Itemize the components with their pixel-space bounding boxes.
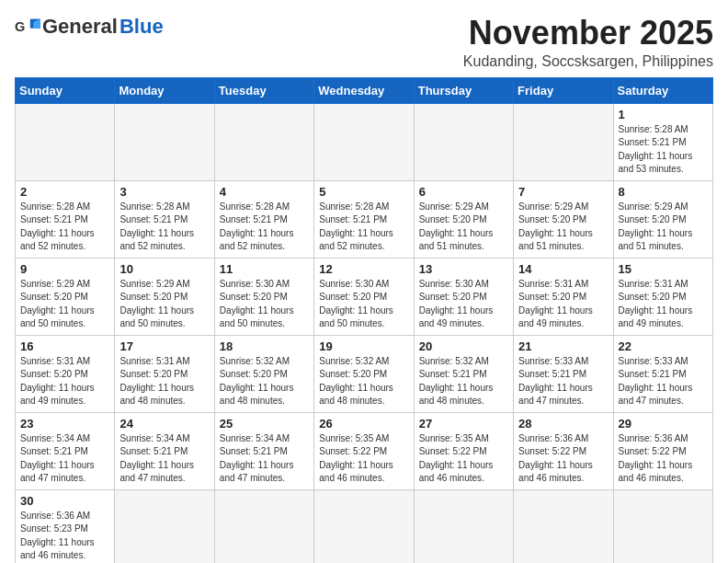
day-info: Sunrise: 5:31 AM Sunset: 5:20 PM Dayligh… <box>619 278 708 331</box>
day-info: Sunrise: 5:35 AM Sunset: 5:22 PM Dayligh… <box>419 432 508 486</box>
day-number: 24 <box>119 417 209 431</box>
weekday-header-wednesday: Wednesday <box>314 77 414 103</box>
day-info: Sunrise: 5:31 AM Sunset: 5:20 PM Dayligh… <box>119 355 209 408</box>
day-number: 10 <box>119 262 209 276</box>
logo-general-text: General <box>42 15 118 39</box>
logo-blue-text: Blue <box>119 15 164 39</box>
calendar-cell <box>414 489 513 563</box>
location-subtitle: Kudanding, Soccsksargen, Philippines <box>463 53 713 70</box>
calendar-cell: 15Sunrise: 5:31 AM Sunset: 5:20 PM Dayli… <box>613 258 712 335</box>
day-number: 13 <box>419 262 508 276</box>
day-number: 21 <box>518 339 608 353</box>
calendar-cell <box>314 489 414 563</box>
calendar-cell: 14Sunrise: 5:31 AM Sunset: 5:20 PM Dayli… <box>514 258 613 335</box>
calendar-cell <box>115 489 214 563</box>
calendar-cell: 18Sunrise: 5:32 AM Sunset: 5:20 PM Dayli… <box>214 335 313 412</box>
calendar-cell: 27Sunrise: 5:35 AM Sunset: 5:22 PM Dayli… <box>414 412 513 489</box>
day-info: Sunrise: 5:31 AM Sunset: 5:20 PM Dayligh… <box>20 355 109 408</box>
calendar-cell: 2Sunrise: 5:28 AM Sunset: 5:21 PM Daylig… <box>16 180 115 258</box>
calendar-cell: 9Sunrise: 5:29 AM Sunset: 5:20 PM Daylig… <box>16 258 115 335</box>
day-info: Sunrise: 5:29 AM Sunset: 5:20 PM Dayligh… <box>619 201 708 254</box>
day-info: Sunrise: 5:28 AM Sunset: 5:21 PM Dayligh… <box>119 201 209 254</box>
day-number: 30 <box>20 494 109 508</box>
day-number: 25 <box>220 417 309 431</box>
calendar-table: SundayMondayTuesdayWednesdayThursdayFrid… <box>15 77 713 563</box>
day-info: Sunrise: 5:33 AM Sunset: 5:21 PM Dayligh… <box>619 355 708 408</box>
weekday-header-saturday: Saturday <box>613 77 712 103</box>
calendar-cell: 23Sunrise: 5:34 AM Sunset: 5:21 PM Dayli… <box>16 412 115 489</box>
calendar-cell: 12Sunrise: 5:30 AM Sunset: 5:20 PM Dayli… <box>314 258 414 335</box>
day-number: 9 <box>20 262 109 276</box>
svg-text:G: G <box>15 19 25 34</box>
calendar-cell: 19Sunrise: 5:32 AM Sunset: 5:20 PM Dayli… <box>314 335 414 412</box>
weekday-header-monday: Monday <box>115 77 214 103</box>
day-number: 2 <box>20 185 109 199</box>
day-info: Sunrise: 5:29 AM Sunset: 5:20 PM Dayligh… <box>119 278 209 331</box>
calendar-cell <box>414 103 513 180</box>
day-number: 20 <box>419 339 508 353</box>
calendar-cell: 10Sunrise: 5:29 AM Sunset: 5:20 PM Dayli… <box>115 258 214 335</box>
calendar-cell: 25Sunrise: 5:34 AM Sunset: 5:21 PM Dayli… <box>214 412 313 489</box>
day-info: Sunrise: 5:35 AM Sunset: 5:22 PM Dayligh… <box>319 432 408 486</box>
day-number: 17 <box>119 339 209 353</box>
calendar-cell: 24Sunrise: 5:34 AM Sunset: 5:21 PM Dayli… <box>115 412 214 489</box>
day-info: Sunrise: 5:33 AM Sunset: 5:21 PM Dayligh… <box>518 355 608 408</box>
day-info: Sunrise: 5:32 AM Sunset: 5:20 PM Dayligh… <box>319 355 408 408</box>
day-info: Sunrise: 5:36 AM Sunset: 5:22 PM Dayligh… <box>518 432 608 486</box>
calendar-row-6: 30Sunrise: 5:36 AM Sunset: 5:23 PM Dayli… <box>16 489 713 563</box>
weekday-header-friday: Friday <box>514 77 613 103</box>
weekday-header-thursday: Thursday <box>414 77 513 103</box>
weekday-header-row: SundayMondayTuesdayWednesdayThursdayFrid… <box>16 77 713 103</box>
logo: G General Blue <box>15 15 164 39</box>
calendar-cell <box>214 489 313 563</box>
day-info: Sunrise: 5:34 AM Sunset: 5:21 PM Dayligh… <box>119 432 209 486</box>
calendar-cell: 4Sunrise: 5:28 AM Sunset: 5:21 PM Daylig… <box>214 180 313 258</box>
day-info: Sunrise: 5:29 AM Sunset: 5:20 PM Dayligh… <box>20 278 109 331</box>
calendar-cell: 22Sunrise: 5:33 AM Sunset: 5:21 PM Dayli… <box>613 335 712 412</box>
calendar-cell: 5Sunrise: 5:28 AM Sunset: 5:21 PM Daylig… <box>314 180 414 258</box>
calendar-row-2: 2Sunrise: 5:28 AM Sunset: 5:21 PM Daylig… <box>16 180 713 258</box>
calendar-cell: 28Sunrise: 5:36 AM Sunset: 5:22 PM Dayli… <box>514 412 613 489</box>
day-info: Sunrise: 5:31 AM Sunset: 5:20 PM Dayligh… <box>518 278 608 331</box>
calendar-row-4: 16Sunrise: 5:31 AM Sunset: 5:20 PM Dayli… <box>16 335 713 412</box>
calendar-cell <box>16 103 115 180</box>
day-info: Sunrise: 5:28 AM Sunset: 5:21 PM Dayligh… <box>20 201 109 254</box>
month-year-title: November 2025 <box>463 15 713 52</box>
calendar-cell: 1Sunrise: 5:28 AM Sunset: 5:21 PM Daylig… <box>613 103 712 180</box>
day-info: Sunrise: 5:30 AM Sunset: 5:20 PM Dayligh… <box>220 278 309 331</box>
calendar-cell: 17Sunrise: 5:31 AM Sunset: 5:20 PM Dayli… <box>115 335 214 412</box>
day-info: Sunrise: 5:30 AM Sunset: 5:20 PM Dayligh… <box>319 278 408 331</box>
calendar-row-1: 1Sunrise: 5:28 AM Sunset: 5:21 PM Daylig… <box>16 103 713 180</box>
calendar-cell <box>115 103 214 180</box>
day-info: Sunrise: 5:32 AM Sunset: 5:21 PM Dayligh… <box>419 355 508 408</box>
calendar-cell: 6Sunrise: 5:29 AM Sunset: 5:20 PM Daylig… <box>414 180 513 258</box>
day-number: 5 <box>319 185 408 199</box>
calendar-cell: 13Sunrise: 5:30 AM Sunset: 5:20 PM Dayli… <box>414 258 513 335</box>
day-info: Sunrise: 5:30 AM Sunset: 5:20 PM Dayligh… <box>419 278 508 331</box>
day-number: 11 <box>220 262 309 276</box>
day-info: Sunrise: 5:28 AM Sunset: 5:21 PM Dayligh… <box>220 201 309 254</box>
day-number: 29 <box>619 417 708 431</box>
day-info: Sunrise: 5:36 AM Sunset: 5:22 PM Dayligh… <box>619 432 708 486</box>
day-info: Sunrise: 5:28 AM Sunset: 5:21 PM Dayligh… <box>619 123 708 177</box>
day-info: Sunrise: 5:29 AM Sunset: 5:20 PM Dayligh… <box>518 201 608 254</box>
calendar-cell: 20Sunrise: 5:32 AM Sunset: 5:21 PM Dayli… <box>414 335 513 412</box>
calendar-cell: 7Sunrise: 5:29 AM Sunset: 5:20 PM Daylig… <box>514 180 613 258</box>
calendar-cell <box>514 103 613 180</box>
calendar-cell <box>613 489 712 563</box>
calendar-cell: 8Sunrise: 5:29 AM Sunset: 5:20 PM Daylig… <box>613 180 712 258</box>
day-number: 15 <box>619 262 708 276</box>
day-info: Sunrise: 5:28 AM Sunset: 5:21 PM Dayligh… <box>319 201 408 254</box>
day-number: 22 <box>619 339 708 353</box>
calendar-cell <box>514 489 613 563</box>
day-number: 7 <box>518 185 608 199</box>
day-number: 26 <box>319 417 408 431</box>
day-number: 4 <box>220 185 309 199</box>
day-number: 23 <box>20 417 109 431</box>
day-number: 27 <box>419 417 508 431</box>
day-number: 12 <box>319 262 408 276</box>
calendar-row-5: 23Sunrise: 5:34 AM Sunset: 5:21 PM Dayli… <box>16 412 713 489</box>
day-number: 1 <box>619 108 708 121</box>
calendar-cell <box>314 103 414 180</box>
calendar-cell: 26Sunrise: 5:35 AM Sunset: 5:22 PM Dayli… <box>314 412 414 489</box>
